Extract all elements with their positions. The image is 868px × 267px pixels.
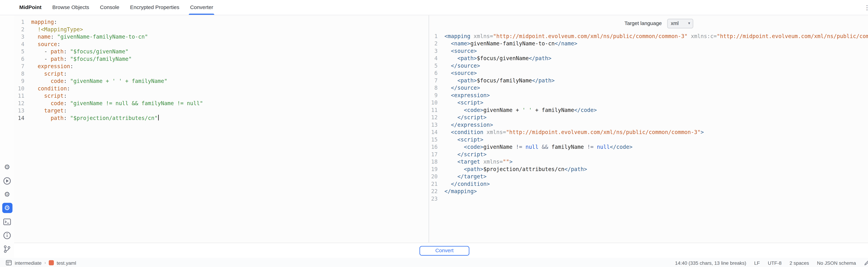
code-line[interactable]: 9 <expression> [429, 91, 868, 99]
chevron-down-icon: ▾ [688, 21, 690, 26]
yaml-editor[interactable]: 1mapping:2 !<MappingType>3 name: "givenN… [14, 15, 429, 242]
code-line[interactable]: 14 <condition xmlns="http://midpoint.evo… [429, 129, 868, 136]
status-item[interactable]: 2 spaces [789, 260, 809, 266]
line-number: 20 [429, 172, 438, 180]
code-line[interactable]: 18 <target xmlns=""> [429, 158, 868, 165]
active-tab-underline [189, 14, 214, 15]
xml-code-lines[interactable]: 1<mapping xmlns="http://midpoint.evolveu… [429, 31, 868, 202]
status-item[interactable]: No JSON schema [817, 260, 856, 266]
line-number: 2 [429, 40, 438, 47]
code-text: path: "$projection/attributes/cn" [24, 114, 159, 122]
target-language-label: Target language [624, 21, 662, 26]
pen-icon[interactable] [864, 260, 868, 266]
tab-browse-objects[interactable]: Browse Objects [52, 0, 89, 15]
code-line[interactable]: 5 </source> [429, 62, 868, 69]
line-number: 2 [14, 26, 25, 33]
breadcrumb: intermediate › test.yaml [6, 260, 76, 266]
code-text: script: [24, 92, 67, 99]
line-number: 4 [14, 40, 25, 48]
code-line[interactable]: 19 <path>$projection/attributes/cn</path… [429, 165, 868, 172]
code-line[interactable]: 8 </source> [429, 84, 868, 91]
text-caret [158, 115, 159, 121]
code-text: <path>$focus/givenName</path> [438, 55, 552, 62]
code-line[interactable]: 7 <path>$focus/familyName</path> [429, 77, 868, 84]
target-language-select[interactable]: xml ▾ [668, 19, 693, 28]
status-item[interactable]: UTF-8 [768, 260, 782, 266]
tab-console[interactable]: Console [100, 0, 119, 15]
code-line[interactable]: 13 </expression> [429, 121, 868, 128]
line-number: 6 [429, 69, 438, 77]
line-number: 9 [429, 91, 438, 99]
tab-midpoint[interactable]: MidPoint [19, 0, 41, 15]
yaml-code-lines[interactable]: 1mapping:2 !<MappingType>3 name: "givenN… [14, 18, 429, 122]
code-line[interactable]: 12 code: "givenName != null && familyNam… [14, 100, 429, 107]
breadcrumb-project[interactable]: intermediate [15, 260, 41, 266]
code-line[interactable]: 16 <code>givenName != null && familyName… [429, 143, 868, 151]
line-number: 5 [429, 62, 438, 69]
code-line[interactable]: 15 <script> [429, 136, 868, 143]
line-number: 14 [14, 114, 25, 122]
code-line[interactable]: 2 <name>givenName-familyName-to-cn</name… [429, 40, 868, 47]
code-line[interactable]: 23 [429, 195, 868, 202]
code-text: code: "givenName + ' ' + familyName" [24, 77, 167, 84]
topbar: MidPointBrowse ObjectsConsoleEncrypted P… [0, 0, 868, 15]
code-line[interactable]: 21 </condition> [429, 180, 868, 187]
line-number: 12 [429, 114, 438, 121]
main-content: ⚙⚙⚙ 1mapping:2 !<MappingType>3 name: "gi… [0, 15, 868, 257]
convert-button[interactable]: Convert [420, 246, 469, 255]
status-item[interactable]: LF [754, 260, 760, 266]
code-line[interactable]: 1<mapping xmlns="http://midpoint.evolveu… [429, 32, 868, 39]
code-line[interactable]: 6 <source> [429, 69, 868, 77]
line-number: 6 [14, 55, 25, 62]
code-line[interactable]: 12 </script> [429, 114, 868, 121]
code-text: <name>givenName-familyName-to-cn</name> [438, 40, 578, 47]
breadcrumb-file[interactable]: test.yaml [57, 260, 76, 266]
code-line[interactable]: 2 !<MappingType> [14, 26, 429, 33]
code-line[interactable]: 6 - path: "$focus/familyName" [14, 55, 429, 62]
tab-encrypted-properties[interactable]: Encrypted Properties [130, 0, 179, 15]
project-window-icon[interactable] [6, 260, 12, 266]
more-options-icon[interactable]: ⋮ [864, 4, 868, 11]
code-line[interactable]: 4 <path>$focus/givenName</path> [429, 55, 868, 62]
status-item[interactable]: 14:40 (335 chars, 13 line breaks) [675, 260, 746, 266]
code-text: source: [24, 40, 60, 48]
code-line[interactable]: 5 - path: "$focus/givenName" [14, 48, 429, 55]
terminal-icon[interactable] [2, 216, 12, 227]
app-window: MidPointBrowse ObjectsConsoleEncrypted P… [0, 0, 868, 267]
line-number: 9 [14, 77, 25, 84]
line-number: 21 [429, 180, 438, 187]
run-icon[interactable] [2, 176, 12, 186]
code-line[interactable]: 10 condition: [14, 85, 429, 92]
code-line[interactable]: 10 <script> [429, 99, 868, 106]
code-line[interactable]: 11 <code>givenName + ' ' + familyName</c… [429, 106, 868, 113]
code-line[interactable]: 9 code: "givenName + ' ' + familyName" [14, 77, 429, 84]
code-line[interactable]: 3 <source> [429, 47, 868, 54]
code-text [438, 195, 444, 202]
code-line[interactable]: 11 script: [14, 92, 429, 99]
version-control-icon[interactable] [2, 244, 12, 254]
settings-icon[interactable]: ⚙ [2, 162, 12, 172]
code-line[interactable]: 8 script: [14, 70, 429, 77]
code-line[interactable]: 1mapping: [14, 18, 429, 26]
converter-icon[interactable]: ⚙ [2, 203, 12, 213]
code-text: </script> [438, 151, 487, 158]
code-text: <code>givenName + ' ' + familyName</code… [438, 106, 597, 113]
code-text: <code>givenName != null && familyName !=… [438, 143, 632, 151]
code-line[interactable]: 14 path: "$projection/attributes/cn" [14, 114, 429, 122]
code-line[interactable]: 20 </target> [429, 172, 868, 180]
code-line[interactable]: 13 target: [14, 107, 429, 114]
code-text: - path: "$focus/familyName" [24, 55, 132, 62]
code-line[interactable]: 7 expression: [14, 62, 429, 70]
tab-converter[interactable]: Converter [190, 0, 213, 15]
problems-icon[interactable] [2, 230, 12, 240]
code-text: <expression> [438, 91, 490, 99]
code-line[interactable]: 17 </script> [429, 151, 868, 158]
code-text: <script> [438, 136, 483, 143]
services-icon[interactable]: ⚙ [2, 189, 12, 199]
code-line[interactable]: 3 name: "givenName-familyName-to-cn" [14, 33, 429, 40]
code-line[interactable]: 4 source: [14, 40, 429, 48]
tab-label: Encrypted Properties [130, 4, 179, 10]
code-text: </expression> [438, 121, 493, 128]
line-number: 12 [14, 100, 25, 107]
code-line[interactable]: 22</mapping> [429, 187, 868, 195]
